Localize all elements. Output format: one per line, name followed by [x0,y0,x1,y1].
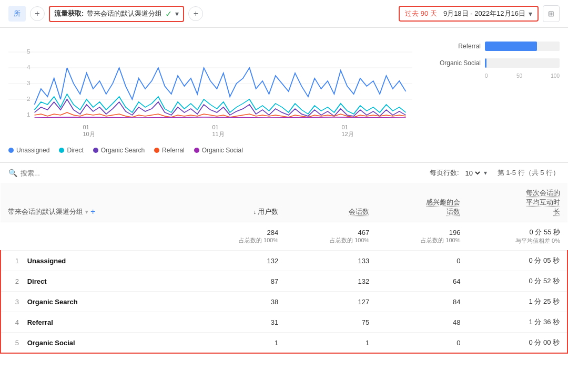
axis-50: 50 [516,73,522,79]
row5-index: 5 [8,339,19,347]
row3-dim-cell: 3 Organic Search [1,292,195,312]
legend-item-organic-social: Organic Social [194,147,243,154]
col-header-sessions: 会话数 [286,183,377,222]
row1-index: 1 [8,257,19,265]
users-header-label: 用户数 [253,208,279,215]
total-users-sub: 占总数的 100% [202,236,278,244]
bar-chart-wrap: Referral Organic Social 0 50 100 [423,36,560,138]
bar-label-referral: Referral [423,43,481,50]
sessions-header-label: 会话数 [349,208,369,215]
dim-col-header: 带来会话的默认渠道分组 ▾ + [1,183,195,222]
legend-item-organic-search: Organic Search [93,147,145,154]
row5-name: Organic Social [27,339,75,347]
row2-users: 87 [195,271,286,292]
row4-index: 4 [8,318,19,326]
legend-label-unassigned: Unassigned [16,147,49,154]
main-container: 所 + 流量获取: 带来会话的默认渠道分组 ✓ ▾ + 过去 90 天 9月18… [0,0,568,392]
row4-sessions: 75 [286,312,377,333]
col-header-avg-time: 每次会话的 平均互动时 长 [468,183,567,222]
total-avg-time-sub: 与平均值相差 0% [475,237,560,245]
bar-track-organic-social [485,58,560,68]
dim-sort-icon: ▾ [85,209,88,215]
bar-row-referral: Referral [423,42,560,51]
avg-time-header-label: 每次会话的 平均互动时 长 [526,189,560,215]
add-dimension-button[interactable]: + [90,207,95,216]
bar-fill-organic-social [485,58,486,68]
row5-engaged: 0 [377,333,468,354]
row1-avg-time: 0 分 05 秒 [468,251,567,271]
date-range-selector[interactable]: 过去 90 天 9月18日 - 2022年12月16日 ▾ [399,6,539,22]
row3-users: 38 [195,292,286,312]
x-label-dec: 0112月 [341,124,353,138]
rows-per-page-label: 每页行数: [430,168,459,178]
axis-100: 100 [551,73,560,79]
row1-dim-cell: 1 Unassigned [1,251,195,271]
axis-0: 0 [485,73,488,79]
all-button[interactable]: 所 [8,6,26,22]
row1-name: Unassigned [27,257,66,265]
legend-item-unassigned: Unassigned [8,147,49,154]
row2-index: 2 [8,277,19,285]
table-row-4[interactable]: 4 Referral 31 75 48 1 分 36 秒 [1,312,567,333]
search-wrap: 🔍 [8,169,84,177]
line-chart-wrap: 5 4 3 2 1 0110月 0111月 0112月 [8,36,412,138]
engaged-header-label: 感兴趣的会 话数 [426,198,460,215]
total-avg-time-value: 0 分 55 秒 [475,228,560,237]
total-users-value: 284 [202,229,278,236]
chart-x-labels: 0110月 0111月 0112月 [8,122,412,138]
legend-label-organic-search: Organic Search [101,147,145,154]
chart-view-button[interactable]: ⊞ [543,5,560,22]
row1-users: 132 [195,251,286,271]
row3-avg-time: 1 分 25 秒 [468,292,567,312]
line-chart: 5 4 3 2 1 [8,36,412,120]
row5-sessions: 1 [286,333,377,354]
pagination-info: 第 1-5 行（共 5 行） [498,168,560,178]
search-icon: 🔍 [8,169,17,177]
legend-row: Unassigned Direct Organic Search Referra… [0,142,568,162]
row2-dim-cell: 2 Direct [1,271,195,292]
total-engaged-value: 196 [384,229,460,236]
chart-icon: ⊞ [548,9,554,18]
bar-row-organic-social: Organic Social [423,58,560,68]
legend-dot-organic-search [93,148,98,153]
table-controls: 🔍 每页行数: 10 25 50 ▾ 第 1-5 行（共 5 行） [0,162,568,183]
legend-label-direct: Direct [67,147,83,154]
row2-engaged: 64 [377,271,468,292]
search-input[interactable] [21,169,84,177]
bar-fill-referral [485,42,537,51]
date-preset-label: 过去 90 天 [405,9,437,18]
row3-engaged: 84 [377,292,468,312]
date-dropdown-icon: ▾ [529,9,532,18]
row4-name: Referral [27,318,53,326]
report-title-value: 带来会话的默认渠道分组 [87,9,162,18]
row3-index: 3 [8,298,19,306]
svg-text:2: 2 [27,96,31,102]
toolbar: 所 + 流量获取: 带来会话的默认渠道分组 ✓ ▾ + 过去 90 天 9月18… [0,0,568,28]
add-item-button[interactable]: + [188,6,203,21]
rows-per-page-select[interactable]: 10 25 50 [463,169,482,178]
table-row-3[interactable]: 3 Organic Search 38 127 84 1 分 25 秒 [1,292,567,312]
table-row-1[interactable]: 1 Unassigned 132 133 0 0 分 05 秒 [1,251,567,271]
add-report-button[interactable]: + [30,6,45,21]
row4-engaged: 48 [377,312,468,333]
x-label-nov: 0111月 [212,124,224,138]
legend-dot-referral [154,148,159,153]
legend-dot-direct [59,148,64,153]
legend-label-organic-social: Organic Social [202,147,243,154]
legend-dot-unassigned [8,148,14,153]
total-sessions-cell: 467 占总数的 100% [286,222,377,251]
total-avg-time-cell: 0 分 55 秒 与平均值相差 0% [468,222,567,251]
data-table: 带来会话的默认渠道分组 ▾ + 用户数 会话数 感兴趣的会 话数 每次会话的 平… [0,183,568,354]
report-dropdown-button[interactable]: ▾ [175,9,179,18]
table-row-2[interactable]: 2 Direct 87 132 64 0 分 52 秒 [1,271,567,292]
row5-users: 1 [195,333,286,354]
legend-dot-organic-social [194,148,199,153]
row3-name: Organic Search [27,298,78,306]
row5-dim-cell: 5 Organic Social [1,333,195,354]
table-row-5[interactable]: 5 Organic Social 1 1 0 0 分 00 秒 [1,333,567,354]
row1-sessions: 133 [286,251,377,271]
row1-engaged: 0 [377,251,468,271]
legend-label-referral: Referral [162,147,185,154]
total-sessions-value: 467 [293,229,369,236]
col-header-engaged: 感兴趣的会 话数 [377,183,468,222]
